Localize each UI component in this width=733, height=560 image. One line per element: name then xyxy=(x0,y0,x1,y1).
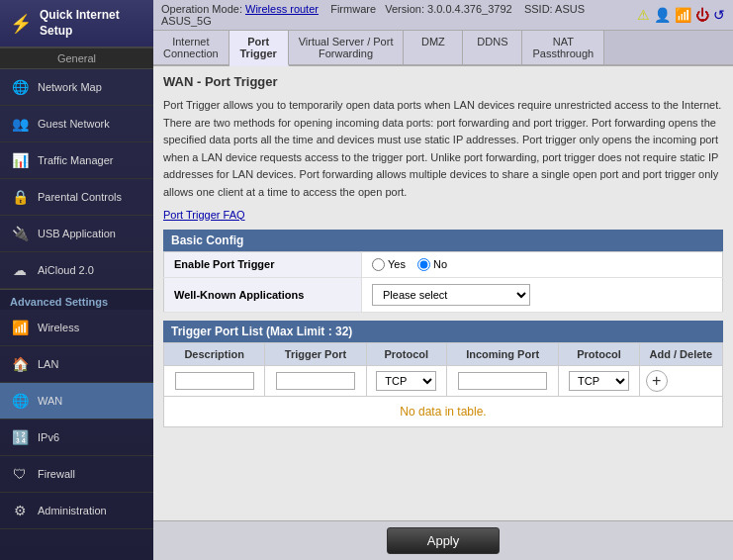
tab-port-trigger[interactable]: Port Trigger xyxy=(229,31,289,66)
tab-virtual-server[interactable]: Virtual Server / Port Forwarding xyxy=(289,31,405,64)
tab-nat-passthrough[interactable]: NAT Passthrough xyxy=(522,31,604,64)
wan-icon: 🌐 xyxy=(10,391,30,411)
sidebar-item-ipv6[interactable]: 🔢 IPv6 xyxy=(0,420,153,456)
enable-radio-group: Yes No xyxy=(372,258,712,271)
incoming-port-input[interactable] xyxy=(458,372,547,390)
no-data-message: No data in table. xyxy=(163,397,723,427)
version-value: 3.0.0.4.376_3792 xyxy=(427,3,512,15)
administration-icon: ⚙ xyxy=(10,501,30,520)
power-icon[interactable]: ⏻ xyxy=(695,7,709,23)
trigger-input-row: TCP UDP BOTH TCP UDP BO xyxy=(164,365,723,396)
sidebar: ⚡ Quick Internet Setup General 🌐 Network… xyxy=(0,0,153,560)
col-description: Description xyxy=(164,342,265,365)
enable-port-trigger-label: Enable Port Trigger xyxy=(164,251,362,277)
tab-ddns[interactable]: DDNS xyxy=(463,31,522,64)
content-area: WAN - Port Trigger Port Trigger allows y… xyxy=(153,66,733,520)
enable-port-trigger-control: Yes No xyxy=(362,251,723,277)
wireless-icon: 📶 xyxy=(10,318,30,337)
topbar-info: Operation Mode: Wireless router Firmware… xyxy=(161,3,637,27)
aicloud-icon: ☁ xyxy=(10,260,30,280)
ssid-label: SSID: xyxy=(524,3,553,15)
nav-tabs: Internet Connection Port Trigger Virtual… xyxy=(153,31,733,66)
page-title: WAN - Port Trigger xyxy=(163,74,723,89)
col-trigger-port: Trigger Port xyxy=(265,342,366,365)
sidebar-item-administration[interactable]: ⚙ Administration xyxy=(0,493,153,529)
refresh-icon[interactable]: ↺ xyxy=(713,7,725,23)
radio-no-label: No xyxy=(433,258,447,270)
network-map-icon: 🌐 xyxy=(10,77,30,97)
basic-config-table: Enable Port Trigger Yes No xyxy=(163,251,723,313)
well-known-row: Well-Known Applications Please select xyxy=(164,277,723,312)
trigger-port-table: Description Trigger Port Protocol Incomi… xyxy=(163,342,723,397)
bottom-bar: Apply xyxy=(153,520,733,560)
parental-controls-icon: 🔒 xyxy=(10,187,30,207)
tab-internet-connection[interactable]: Internet Connection xyxy=(153,31,229,64)
radio-yes-input[interactable] xyxy=(372,258,385,271)
sidebar-item-lan[interactable]: 🏠 LAN xyxy=(0,346,153,383)
traffic-manager-icon: 📊 xyxy=(10,150,30,170)
firewall-icon: 🛡 xyxy=(10,464,30,484)
trigger-port-input[interactable] xyxy=(276,372,355,390)
sidebar-item-parental-controls[interactable]: 🔒 Parental Controls xyxy=(0,179,153,216)
version-label: Version: xyxy=(385,3,424,15)
guest-network-icon: 👥 xyxy=(10,114,30,134)
enable-port-trigger-row: Enable Port Trigger Yes No xyxy=(164,251,723,277)
trigger-list-header: Trigger Port List (Max Limit : 32) xyxy=(163,321,723,342)
description-input[interactable] xyxy=(175,372,254,390)
setup-icon: ⚡ xyxy=(10,13,32,35)
incoming-port-cell xyxy=(447,365,559,396)
sidebar-item-aicloud[interactable]: ☁ AiCloud 2.0 xyxy=(0,252,153,289)
add-delete-cell: + xyxy=(639,365,722,396)
basic-config-header: Basic Config xyxy=(163,230,723,251)
sidebar-item-quick-setup[interactable]: ⚡ Quick Internet Setup xyxy=(0,0,153,47)
well-known-label: Well-Known Applications xyxy=(164,277,362,312)
signal-icon[interactable]: 📶 xyxy=(675,7,691,23)
sidebar-item-usb-application[interactable]: 🔌 USB Application xyxy=(0,216,153,252)
trigger-port-cell xyxy=(265,365,366,396)
description-cell xyxy=(164,365,265,396)
col-protocol2: Protocol xyxy=(559,342,639,365)
protocol2-cell: TCP UDP BOTH xyxy=(559,365,639,396)
topbar-icons: ⚠ 👤 📶 ⏻ ↺ xyxy=(637,7,725,23)
protocol1-cell: TCP UDP BOTH xyxy=(366,365,446,396)
well-known-select[interactable]: Please select xyxy=(372,284,530,306)
operation-mode-label: Operation Mode: xyxy=(161,3,242,15)
operation-mode-value[interactable]: Wireless router xyxy=(245,3,319,15)
advanced-settings-header: Advanced Settings xyxy=(0,289,153,310)
trigger-table-header-row: Description Trigger Port Protocol Incomi… xyxy=(164,342,723,365)
lan-icon: 🏠 xyxy=(10,354,30,374)
topbar: Operation Mode: Wireless router Firmware… xyxy=(153,0,733,31)
usb-application-icon: 🔌 xyxy=(10,224,30,243)
main-panel: Operation Mode: Wireless router Firmware… xyxy=(153,0,733,560)
ipv6-icon: 🔢 xyxy=(10,427,30,447)
radio-yes-option[interactable]: Yes xyxy=(372,258,406,271)
faq-link[interactable]: Port Trigger FAQ xyxy=(163,209,245,221)
firmware-label: Firmware xyxy=(330,3,376,15)
protocol2-select[interactable]: TCP UDP BOTH xyxy=(569,371,629,391)
app-container: ⚡ Quick Internet Setup General 🌐 Network… xyxy=(0,0,733,560)
sidebar-item-traffic-manager[interactable]: 📊 Traffic Manager xyxy=(0,142,153,179)
radio-yes-label: Yes xyxy=(388,258,406,270)
quick-setup-label: Quick Internet Setup xyxy=(40,8,120,39)
protocol1-select[interactable]: TCP UDP BOTH xyxy=(376,371,436,391)
well-known-control: Please select xyxy=(362,277,723,312)
radio-no-option[interactable]: No xyxy=(417,258,447,271)
col-incoming-port: Incoming Port xyxy=(447,342,559,365)
sidebar-item-wan[interactable]: 🌐 WAN xyxy=(0,383,153,420)
user-icon[interactable]: 👤 xyxy=(654,7,671,23)
general-section-header: General xyxy=(0,47,153,69)
description-text: Port Trigger allows you to temporarily o… xyxy=(163,97,723,202)
add-row-button[interactable]: + xyxy=(646,370,668,392)
sidebar-item-guest-network[interactable]: 👥 Guest Network xyxy=(0,106,153,142)
alert-icon[interactable]: ⚠ xyxy=(637,7,650,23)
sidebar-item-firewall[interactable]: 🛡 Firewall xyxy=(0,456,153,493)
tab-dmz[interactable]: DMZ xyxy=(404,31,463,64)
sidebar-item-wireless[interactable]: 📶 Wireless xyxy=(0,310,153,346)
apply-button[interactable]: Apply xyxy=(387,527,501,554)
col-protocol1: Protocol xyxy=(366,342,446,365)
sidebar-item-network-map[interactable]: 🌐 Network Map xyxy=(0,69,153,106)
col-add-delete: Add / Delete xyxy=(639,342,722,365)
radio-no-input[interactable] xyxy=(417,258,430,271)
